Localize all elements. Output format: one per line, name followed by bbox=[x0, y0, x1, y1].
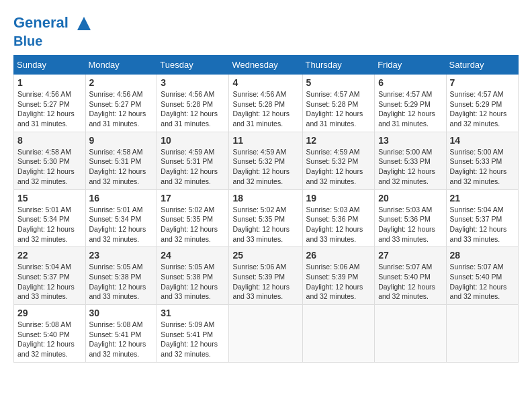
day-info: Sunrise: 4:58 AM Sunset: 5:31 PM Dayligh… bbox=[89, 147, 154, 187]
calendar-cell bbox=[229, 305, 302, 363]
day-number: 5 bbox=[306, 77, 371, 88]
calendar-cell: 29Sunrise: 5:08 AM Sunset: 5:40 PM Dayli… bbox=[14, 305, 86, 363]
weekday-header-tuesday: Tuesday bbox=[157, 56, 229, 75]
calendar-cell: 14Sunrise: 5:00 AM Sunset: 5:33 PM Dayli… bbox=[446, 132, 518, 189]
weekday-header-sunday: Sunday bbox=[14, 56, 86, 75]
day-number: 2 bbox=[89, 77, 154, 88]
weekday-row: SundayMondayTuesdayWednesdayThursdayFrid… bbox=[14, 56, 519, 75]
day-number: 17 bbox=[161, 193, 225, 203]
day-info: Sunrise: 5:05 AM Sunset: 5:38 PM Dayligh… bbox=[161, 262, 225, 302]
calendar-cell: 10Sunrise: 4:59 AM Sunset: 5:31 PM Dayli… bbox=[157, 132, 229, 189]
logo-text: General bbox=[13, 13, 94, 34]
calendar-week-2: 8Sunrise: 4:58 AM Sunset: 5:30 PM Daylig… bbox=[14, 132, 519, 189]
calendar-cell bbox=[446, 305, 518, 363]
day-number: 1 bbox=[17, 77, 82, 88]
calendar-week-1: 1Sunrise: 4:56 AM Sunset: 5:27 PM Daylig… bbox=[14, 75, 519, 132]
calendar-header: SundayMondayTuesdayWednesdayThursdayFrid… bbox=[14, 56, 519, 75]
day-info: Sunrise: 5:08 AM Sunset: 5:41 PM Dayligh… bbox=[89, 320, 154, 359]
day-number: 30 bbox=[89, 308, 154, 318]
weekday-header-saturday: Saturday bbox=[446, 56, 518, 75]
weekday-header-monday: Monday bbox=[85, 56, 157, 75]
day-info: Sunrise: 5:03 AM Sunset: 5:36 PM Dayligh… bbox=[378, 205, 442, 244]
day-info: Sunrise: 5:03 AM Sunset: 5:36 PM Dayligh… bbox=[306, 205, 371, 244]
day-info: Sunrise: 5:00 AM Sunset: 5:33 PM Dayligh… bbox=[378, 147, 442, 187]
day-number: 28 bbox=[450, 250, 515, 261]
day-number: 13 bbox=[378, 135, 442, 146]
day-number: 12 bbox=[306, 135, 371, 146]
calendar-cell: 24Sunrise: 5:05 AM Sunset: 5:38 PM Dayli… bbox=[157, 247, 229, 305]
calendar-cell: 21Sunrise: 5:04 AM Sunset: 5:37 PM Dayli… bbox=[446, 189, 518, 247]
calendar-week-5: 29Sunrise: 5:08 AM Sunset: 5:40 PM Dayli… bbox=[14, 305, 519, 363]
calendar-cell: 12Sunrise: 4:59 AM Sunset: 5:32 PM Dayli… bbox=[302, 132, 375, 189]
day-info: Sunrise: 4:57 AM Sunset: 5:28 PM Dayligh… bbox=[306, 89, 371, 129]
calendar-cell: 8Sunrise: 4:58 AM Sunset: 5:30 PM Daylig… bbox=[14, 132, 86, 189]
day-info: Sunrise: 4:56 AM Sunset: 5:27 PM Dayligh… bbox=[89, 89, 154, 129]
calendar-cell: 26Sunrise: 5:06 AM Sunset: 5:39 PM Dayli… bbox=[302, 247, 375, 305]
day-info: Sunrise: 4:59 AM Sunset: 5:31 PM Dayligh… bbox=[161, 147, 225, 187]
day-info: Sunrise: 5:00 AM Sunset: 5:33 PM Dayligh… bbox=[450, 147, 515, 187]
day-info: Sunrise: 5:04 AM Sunset: 5:37 PM Dayligh… bbox=[17, 262, 82, 302]
day-number: 22 bbox=[17, 250, 82, 261]
day-info: Sunrise: 5:09 AM Sunset: 5:41 PM Dayligh… bbox=[161, 320, 225, 359]
calendar-cell: 5Sunrise: 4:57 AM Sunset: 5:28 PM Daylig… bbox=[302, 75, 375, 132]
day-info: Sunrise: 5:07 AM Sunset: 5:40 PM Dayligh… bbox=[450, 262, 515, 302]
day-number: 26 bbox=[306, 250, 371, 261]
day-number: 14 bbox=[450, 135, 515, 146]
calendar-cell: 30Sunrise: 5:08 AM Sunset: 5:41 PM Dayli… bbox=[85, 305, 157, 363]
calendar-week-3: 15Sunrise: 5:01 AM Sunset: 5:34 PM Dayli… bbox=[14, 189, 519, 247]
calendar-cell bbox=[302, 305, 375, 363]
day-info: Sunrise: 5:01 AM Sunset: 5:34 PM Dayligh… bbox=[17, 205, 82, 244]
day-number: 18 bbox=[232, 193, 298, 203]
logo-icon bbox=[74, 13, 94, 34]
day-info: Sunrise: 5:06 AM Sunset: 5:39 PM Dayligh… bbox=[232, 262, 298, 302]
calendar-cell: 16Sunrise: 5:01 AM Sunset: 5:34 PM Dayli… bbox=[85, 189, 157, 247]
day-number: 20 bbox=[378, 193, 442, 203]
day-number: 27 bbox=[378, 250, 442, 261]
day-info: Sunrise: 5:05 AM Sunset: 5:38 PM Dayligh… bbox=[89, 262, 154, 302]
day-info: Sunrise: 5:07 AM Sunset: 5:40 PM Dayligh… bbox=[378, 262, 442, 302]
day-number: 29 bbox=[17, 308, 82, 318]
logo-blue: Blue bbox=[13, 34, 94, 48]
day-number: 3 bbox=[161, 77, 225, 88]
calendar-cell: 9Sunrise: 4:58 AM Sunset: 5:31 PM Daylig… bbox=[85, 132, 157, 189]
calendar-cell: 27Sunrise: 5:07 AM Sunset: 5:40 PM Dayli… bbox=[375, 247, 446, 305]
calendar-cell: 19Sunrise: 5:03 AM Sunset: 5:36 PM Dayli… bbox=[302, 189, 375, 247]
day-info: Sunrise: 5:02 AM Sunset: 5:35 PM Dayligh… bbox=[161, 205, 225, 244]
logo: General Blue bbox=[13, 13, 94, 48]
calendar-cell: 23Sunrise: 5:05 AM Sunset: 5:38 PM Dayli… bbox=[85, 247, 157, 305]
day-info: Sunrise: 4:58 AM Sunset: 5:30 PM Dayligh… bbox=[17, 147, 82, 187]
calendar-cell: 31Sunrise: 5:09 AM Sunset: 5:41 PM Dayli… bbox=[157, 305, 229, 363]
day-number: 10 bbox=[161, 135, 225, 146]
calendar-table: SundayMondayTuesdayWednesdayThursdayFrid… bbox=[13, 55, 519, 363]
calendar-cell: 1Sunrise: 4:56 AM Sunset: 5:27 PM Daylig… bbox=[14, 75, 86, 132]
day-info: Sunrise: 5:04 AM Sunset: 5:37 PM Dayligh… bbox=[450, 205, 515, 244]
day-number: 19 bbox=[306, 193, 371, 203]
calendar-body: 1Sunrise: 4:56 AM Sunset: 5:27 PM Daylig… bbox=[14, 75, 519, 363]
day-number: 9 bbox=[89, 135, 154, 146]
day-info: Sunrise: 5:08 AM Sunset: 5:40 PM Dayligh… bbox=[17, 320, 82, 359]
calendar-cell: 22Sunrise: 5:04 AM Sunset: 5:37 PM Dayli… bbox=[14, 247, 86, 305]
calendar-cell: 17Sunrise: 5:02 AM Sunset: 5:35 PM Dayli… bbox=[157, 189, 229, 247]
day-info: Sunrise: 4:57 AM Sunset: 5:29 PM Dayligh… bbox=[378, 89, 442, 129]
day-info: Sunrise: 5:06 AM Sunset: 5:39 PM Dayligh… bbox=[306, 262, 371, 302]
day-number: 16 bbox=[89, 193, 154, 203]
calendar-cell: 18Sunrise: 5:02 AM Sunset: 5:35 PM Dayli… bbox=[229, 189, 302, 247]
calendar-cell: 4Sunrise: 4:56 AM Sunset: 5:28 PM Daylig… bbox=[229, 75, 302, 132]
day-info: Sunrise: 4:56 AM Sunset: 5:28 PM Dayligh… bbox=[161, 89, 225, 129]
calendar-cell: 13Sunrise: 5:00 AM Sunset: 5:33 PM Dayli… bbox=[375, 132, 446, 189]
calendar-cell: 15Sunrise: 5:01 AM Sunset: 5:34 PM Dayli… bbox=[14, 189, 86, 247]
day-info: Sunrise: 4:56 AM Sunset: 5:28 PM Dayligh… bbox=[232, 89, 298, 129]
day-number: 6 bbox=[378, 77, 442, 88]
calendar-cell: 28Sunrise: 5:07 AM Sunset: 5:40 PM Dayli… bbox=[446, 247, 518, 305]
day-number: 4 bbox=[232, 77, 298, 88]
calendar-cell: 20Sunrise: 5:03 AM Sunset: 5:36 PM Dayli… bbox=[375, 189, 446, 247]
day-info: Sunrise: 4:56 AM Sunset: 5:27 PM Dayligh… bbox=[17, 89, 82, 129]
weekday-header-wednesday: Wednesday bbox=[229, 56, 302, 75]
day-info: Sunrise: 5:02 AM Sunset: 5:35 PM Dayligh… bbox=[232, 205, 298, 244]
day-info: Sunrise: 4:59 AM Sunset: 5:32 PM Dayligh… bbox=[232, 147, 298, 187]
day-number: 15 bbox=[17, 193, 82, 203]
day-number: 25 bbox=[232, 250, 298, 261]
logo-general: General bbox=[13, 14, 69, 31]
svg-marker-0 bbox=[77, 17, 91, 30]
calendar-cell: 11Sunrise: 4:59 AM Sunset: 5:32 PM Dayli… bbox=[229, 132, 302, 189]
